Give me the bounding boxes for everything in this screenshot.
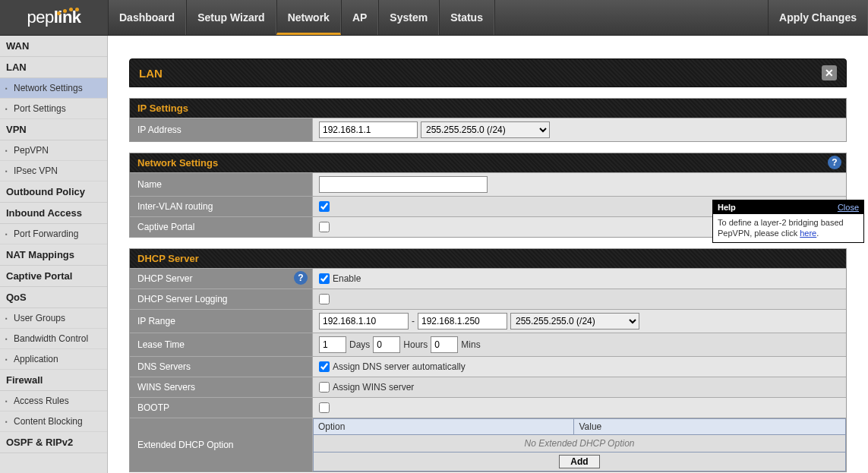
checkbox-wins[interactable]: [319, 382, 330, 393]
sidebar-group-lan[interactable]: LAN: [0, 57, 107, 78]
sidebar-group-inbound-access[interactable]: Inbound Access: [0, 203, 107, 224]
input-ip-address[interactable]: [319, 121, 418, 138]
input-ip-range-start[interactable]: [319, 313, 409, 330]
panel-header: LAN ✕: [129, 58, 847, 87]
content-area: LAN ✕ IP Settings IP Address 255.255.255…: [108, 36, 868, 473]
extended-dhcp-table: Option Value No Extended DHCP Option: [313, 418, 846, 453]
label-mins: Mins: [461, 339, 480, 350]
sidebar-group-wan[interactable]: WAN: [0, 36, 107, 57]
ext-add-row: Add: [313, 453, 846, 471]
label-enable: Enable: [333, 273, 361, 284]
input-ip-range-end[interactable]: [418, 313, 507, 330]
nav-spacer: [494, 0, 768, 35]
top-nav: peplink Dashboard Setup Wizard Network A…: [0, 0, 868, 36]
close-icon[interactable]: ✕: [822, 65, 837, 80]
label-dhcp-server: DHCP Server ?: [130, 269, 313, 289]
label-dhcp-logging: DHCP Server Logging: [130, 289, 313, 309]
label-captive-portal: Captive Portal: [130, 217, 313, 237]
label-ip-range: IP Range: [130, 310, 313, 333]
label-lease-time: Lease Time: [130, 333, 313, 356]
section-dhcp: DHCP Server DHCP Server ? Enable DHCP Se…: [129, 248, 847, 472]
tooltip-text-before: To define a layer-2 bridging based PepVP…: [718, 218, 844, 238]
sidebar-group-nat-mappings[interactable]: NAT Mappings: [0, 244, 107, 266]
sidebar-item-content-blocking[interactable]: Content Blocking: [0, 412, 107, 432]
tooltip-close-link[interactable]: Close: [838, 203, 859, 212]
tooltip-text-after: .: [816, 229, 819, 238]
label-extended-dhcp: Extended DHCP Option: [130, 418, 313, 471]
col-option: Option: [314, 419, 574, 435]
sidebar-item-network-settings[interactable]: Network Settings: [0, 78, 107, 99]
label-wins-servers: WINS Servers: [130, 377, 313, 397]
sidebar-item-port-settings[interactable]: Port Settings: [0, 99, 107, 119]
sidebar-group-firewall[interactable]: Firewall: [0, 370, 107, 391]
label-bootp: BOOTP: [130, 398, 313, 418]
tooltip-title: Help: [718, 203, 736, 212]
label-days: Days: [349, 339, 370, 350]
label-dns-auto: Assign DNS server automatically: [333, 361, 466, 372]
checkbox-dhcp-enable[interactable]: [319, 273, 330, 284]
tooltip-body: To define a layer-2 bridging based PepVP…: [713, 214, 863, 242]
label-name: Name: [130, 173, 313, 196]
section-header-dhcp: DHCP Server: [130, 249, 846, 268]
label-dns-servers: DNS Servers: [130, 357, 313, 377]
logo-dots-icon: [57, 3, 87, 11]
checkbox-dns-auto[interactable]: [319, 361, 330, 372]
sidebar: WAN LAN Network Settings Port Settings V…: [0, 36, 108, 473]
checkbox-captive-portal[interactable]: [319, 222, 330, 232]
select-range-mask[interactable]: 255.255.255.0 (/24): [510, 313, 639, 330]
sidebar-group-captive-portal[interactable]: Captive Portal: [0, 266, 107, 287]
checkbox-bootp[interactable]: [319, 402, 330, 413]
section-ip-settings: IP Settings IP Address 255.255.255.0 (/2…: [129, 98, 847, 142]
label-wins-assign: Assign WINS server: [333, 382, 414, 393]
input-name[interactable]: [319, 176, 488, 193]
help-icon[interactable]: ?: [828, 156, 841, 169]
section-header-net-text: Network Settings: [137, 157, 218, 169]
nav-network[interactable]: Network: [276, 0, 341, 35]
sidebar-group-outbound-policy[interactable]: Outbound Policy: [0, 181, 107, 203]
col-value: Value: [574, 419, 846, 435]
sidebar-group-vpn[interactable]: VPN: [0, 119, 107, 140]
nav-system[interactable]: System: [378, 0, 439, 35]
input-lease-days[interactable]: [319, 336, 346, 353]
ext-empty-msg: No Extended DHCP Option: [314, 435, 846, 453]
nav-setup-wizard[interactable]: Setup Wizard: [186, 0, 276, 35]
input-lease-mins[interactable]: [431, 336, 458, 353]
help-tooltip: Help Close To define a layer-2 bridging …: [712, 200, 864, 243]
sidebar-item-access-rules[interactable]: Access Rules: [0, 391, 107, 412]
tooltip-here-link[interactable]: here: [800, 229, 816, 238]
nav-apply-changes[interactable]: Apply Changes: [768, 0, 868, 35]
label-ip-address: IP Address: [130, 118, 313, 141]
help-icon[interactable]: ?: [294, 271, 308, 285]
sidebar-item-user-groups[interactable]: User Groups: [0, 308, 107, 329]
sidebar-item-application[interactable]: Application: [0, 349, 107, 370]
dash: -: [412, 316, 415, 326]
checkbox-dhcp-logging[interactable]: [319, 294, 330, 304]
checkbox-inter-vlan[interactable]: [319, 201, 330, 212]
sidebar-item-port-forwarding[interactable]: Port Forwarding: [0, 224, 107, 244]
sidebar-group-qos[interactable]: QoS: [0, 287, 107, 308]
nav-dashboard[interactable]: Dashboard: [108, 0, 186, 35]
brand-logo: peplink: [0, 0, 108, 35]
sidebar-item-pepvpn[interactable]: PepVPN: [0, 140, 107, 161]
label-hours: Hours: [403, 339, 428, 350]
section-header-net: Network Settings ?: [130, 153, 846, 172]
nav-status[interactable]: Status: [439, 0, 494, 35]
page-title: LAN: [139, 67, 163, 80]
label-dhcp-server-text: DHCP Server: [137, 273, 192, 284]
section-header-ip: IP Settings: [130, 99, 846, 118]
add-button[interactable]: Add: [559, 455, 599, 468]
input-lease-hours[interactable]: [373, 336, 400, 353]
nav-ap[interactable]: AP: [341, 0, 378, 35]
sidebar-item-bandwidth-control[interactable]: Bandwidth Control: [0, 329, 107, 349]
sidebar-item-ipsec-vpn[interactable]: IPsec VPN: [0, 161, 107, 181]
select-subnet-mask[interactable]: 255.255.255.0 (/24): [421, 121, 550, 138]
sidebar-group-ospf-ripv2[interactable]: OSPF & RIPv2: [0, 432, 107, 453]
label-inter-vlan: Inter-VLAN routing: [130, 197, 313, 216]
topnav-items: Dashboard Setup Wizard Network AP System…: [108, 0, 868, 35]
